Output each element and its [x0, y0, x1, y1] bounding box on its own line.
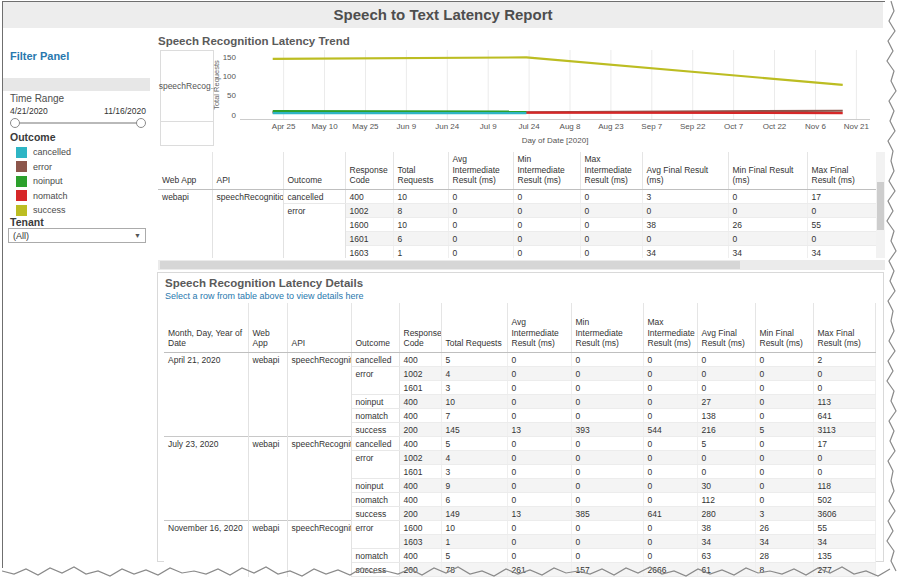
cell-value[interactable]: 8 — [393, 203, 448, 217]
filter-panel-heading: Filter Panel — [10, 50, 69, 62]
cell-value[interactable]: 3 — [642, 189, 728, 203]
column-header: Max Final Result (ms) — [813, 303, 875, 353]
cell-value[interactable]: 0 — [728, 189, 807, 203]
column-header: Avg Final Result (ms) — [697, 303, 755, 353]
cell-value[interactable]: 0 — [728, 203, 807, 217]
cell-value[interactable]: 0 — [448, 231, 513, 245]
cell-value: 17 — [813, 437, 875, 451]
cell-value: 118 — [813, 479, 875, 493]
cell-value[interactable]: 0 — [728, 231, 807, 245]
cell-value[interactable]: 17 — [807, 189, 876, 203]
column-header: Avg Final Result (ms) — [642, 152, 728, 189]
cell-value[interactable]: 0 — [580, 217, 642, 231]
cell-value: 0 — [697, 353, 755, 367]
summary-table: Web AppAPIOutcomeResponse CodeTotal Requ… — [158, 152, 876, 258]
cell-response-code[interactable]: 400 — [345, 189, 393, 203]
cell-value: 280 — [697, 507, 755, 521]
cell-value[interactable]: 0 — [513, 217, 580, 231]
cell-value[interactable]: 0 — [448, 245, 513, 258]
cell-outcome[interactable]: error — [283, 203, 345, 258]
cell-api[interactable]: speechRecognition — [212, 189, 283, 258]
cell-value[interactable]: 0 — [448, 189, 513, 203]
legend-item-error[interactable]: error — [16, 160, 71, 175]
cell-value[interactable]: 55 — [807, 217, 876, 231]
column-header: Outcome — [351, 303, 399, 353]
slider-handle-start[interactable] — [10, 118, 20, 128]
cell-response-code[interactable]: 1603 — [345, 245, 393, 258]
cell-outcome: noinput — [351, 395, 399, 409]
cell-value[interactable]: 0 — [580, 231, 642, 245]
cell-date: July 23, 2020 — [164, 437, 248, 521]
cell-value[interactable]: 38 — [642, 217, 728, 231]
cell-value[interactable]: 0 — [448, 217, 513, 231]
cell-value: 0 — [643, 409, 697, 423]
cell-value[interactable]: 0 — [580, 245, 642, 258]
x-axis-tick: Nov 21 — [834, 122, 878, 131]
table-row[interactable]: webapispeechRecognitioncancelled40010000… — [158, 189, 876, 203]
cell-value[interactable]: 0 — [580, 189, 642, 203]
legend-swatch-icon — [16, 205, 27, 216]
cell-value[interactable]: 0 — [513, 231, 580, 245]
cell-response-code: 200 — [399, 507, 441, 521]
table-row: April 21, 2020webapispeechRecognitioncan… — [164, 353, 875, 367]
cell-value[interactable]: 0 — [513, 245, 580, 258]
cell-value: 0 — [571, 353, 643, 367]
cell-value: 0 — [571, 367, 643, 381]
legend-item-nomatch[interactable]: nomatch — [16, 189, 71, 204]
scrollbar-thumb[interactable] — [877, 182, 884, 230]
summary-vertical-scrollbar[interactable] — [876, 152, 885, 258]
cell-value: 4 — [441, 367, 507, 381]
cell-value: 0 — [697, 465, 755, 479]
column-header: Min Intermediate Result (ms) — [513, 152, 580, 189]
cell-response-code[interactable]: 1601 — [345, 231, 393, 245]
details-panel: Speech Recognition Latency Details Selec… — [157, 272, 884, 562]
slider-handle-end[interactable] — [136, 118, 146, 128]
cell-web-app[interactable]: webapi — [158, 189, 212, 258]
cell-date: November 16, 2020 — [164, 521, 248, 577]
legend-item-cancelled[interactable]: cancelled — [16, 145, 71, 160]
cell-value[interactable]: 0 — [448, 203, 513, 217]
cell-value[interactable]: 0 — [642, 203, 728, 217]
cell-value[interactable]: 1 — [393, 245, 448, 258]
cell-value[interactable]: 34 — [807, 245, 876, 258]
summary-table-container: Web AppAPIOutcomeResponse CodeTotal Requ… — [158, 152, 876, 258]
cell-response-code: 400 — [399, 409, 441, 423]
cell-value: 135 — [813, 549, 875, 563]
summary-horizontal-scrollbar[interactable] — [158, 260, 885, 270]
cell-value[interactable]: 0 — [513, 189, 580, 203]
cell-value[interactable]: 0 — [807, 203, 876, 217]
legend-item-noinput[interactable]: noinput — [16, 174, 71, 189]
cell-value: 641 — [643, 507, 697, 521]
trend-axis-cell — [160, 120, 214, 146]
cell-value[interactable]: 0 — [807, 231, 876, 245]
time-range-slider[interactable] — [10, 117, 146, 129]
cell-outcome: error — [351, 451, 399, 479]
cell-response-code[interactable]: 1600 — [345, 217, 393, 231]
cell-value[interactable]: 6 — [393, 231, 448, 245]
cell-response-code: 1601 — [399, 465, 441, 479]
cell-value[interactable]: 10 — [393, 189, 448, 203]
slider-track[interactable] — [14, 122, 142, 124]
x-axis-tick: Jun 24 — [425, 122, 469, 131]
cell-outcome[interactable]: cancelled — [283, 189, 345, 203]
cell-value[interactable]: 34 — [728, 245, 807, 258]
cell-value[interactable]: 0 — [580, 203, 642, 217]
torn-edge — [884, 1, 900, 573]
cell-value[interactable]: 10 — [393, 217, 448, 231]
cell-outcome: error — [351, 521, 399, 549]
cell-response-code[interactable]: 1002 — [345, 203, 393, 217]
tenant-dropdown[interactable]: (All) ▼ — [8, 228, 146, 243]
cell-value: 0 — [571, 493, 643, 507]
cell-value[interactable]: 34 — [642, 245, 728, 258]
cell-value: 3113 — [813, 423, 875, 437]
cell-value: 9 — [441, 479, 507, 493]
cell-value[interactable]: 26 — [728, 217, 807, 231]
scrollbar-thumb[interactable] — [160, 261, 740, 269]
cell-value: 157 — [571, 563, 643, 577]
details-section-title: Speech Recognition Latency Details — [165, 277, 363, 289]
cell-value[interactable]: 0 — [642, 231, 728, 245]
cell-value[interactable]: 0 — [513, 203, 580, 217]
legend-item-label: error — [33, 162, 52, 172]
cell-response-code: 200 — [399, 423, 441, 437]
cell-value: 10 — [441, 521, 507, 535]
